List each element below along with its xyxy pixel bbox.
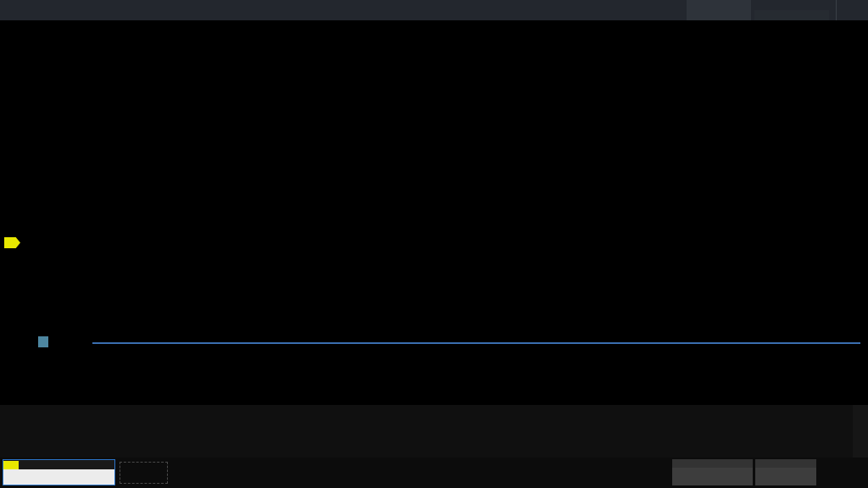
add-channel-button[interactable]: [120, 462, 168, 484]
waveform-grid-canvas: [4, 20, 864, 405]
decode-bus-line: [92, 342, 860, 344]
connectivity-icons: [819, 459, 866, 468]
header-status-area: [687, 0, 868, 20]
clock-date: [819, 477, 866, 486]
oscilloscope-screen: [0, 0, 868, 488]
trigger-title: [755, 459, 816, 468]
datetime-panel: [819, 459, 866, 486]
timebase-title: [672, 459, 753, 468]
acquisition-info: [687, 0, 751, 20]
brand-trigger-status: [754, 0, 829, 20]
channel-1-badge: [3, 461, 19, 469]
timebase-panel[interactable]: [672, 459, 753, 485]
frequency-counter: [754, 10, 829, 20]
waveform-display[interactable]: [4, 20, 864, 405]
table-scrollbar: [853, 405, 868, 458]
decode-table-grid: [0, 405, 853, 458]
channel-1-panel[interactable]: [3, 459, 115, 485]
decode-result-table: [0, 405, 868, 458]
top-menu-bar: [0, 0, 868, 20]
serial-bus-protocol-tag[interactable]: [38, 336, 48, 347]
status-bar: [0, 458, 868, 488]
clock-time: [819, 468, 866, 477]
trigger-panel[interactable]: [755, 459, 816, 485]
decode-menu-button[interactable]: [836, 0, 868, 20]
